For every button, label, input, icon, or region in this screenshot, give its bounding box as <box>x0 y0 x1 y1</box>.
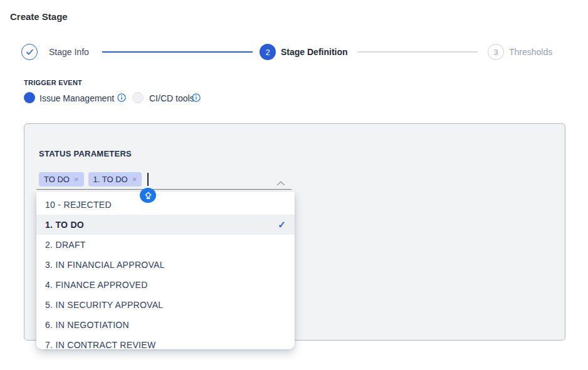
status-parameters-heading: STATUS PARAMETERS <box>39 149 132 158</box>
selected-chip: 1. TO DO × <box>88 172 142 187</box>
dropdown-option[interactable]: 10 - REJECTED <box>36 195 295 215</box>
check-icon <box>26 49 34 56</box>
chip-remove-icon[interactable]: × <box>132 175 137 183</box>
dropdown-option[interactable]: 4. FINANCE APPROVED <box>36 275 295 295</box>
chip-remove-icon[interactable]: × <box>74 175 79 183</box>
radio-cicd-tools-label: CI/CD tools <box>149 93 194 103</box>
chip-label: TO DO <box>44 175 70 184</box>
trigger-event-heading: TRIGGER EVENT <box>24 79 82 86</box>
step-1-label[interactable]: Stage Info <box>49 48 89 57</box>
dropdown-option-label: 5. IN SECURITY APPROVAL <box>45 300 163 310</box>
radio-cicd-tools[interactable] <box>132 92 144 103</box>
chip-label: 1. TO DO <box>93 175 128 184</box>
step-3-number: 3 <box>493 48 498 57</box>
dropdown-option[interactable]: 3. IN FINANCIAL APPROVAL <box>36 255 295 275</box>
step-2-number: 2 <box>265 48 270 57</box>
step-connector-upcoming <box>357 51 478 53</box>
dropdown-option[interactable]: 2. DRAFT <box>36 235 295 255</box>
dropdown-option-label: 1. TO DO <box>45 220 84 230</box>
check-icon: ✓ <box>278 219 286 230</box>
dropdown-option-label: 2. DRAFT <box>45 240 86 250</box>
dropdown-option-label: 4. FINANCE APPROVED <box>45 280 148 290</box>
selected-chip: TO DO × <box>39 172 84 187</box>
dropdown-option[interactable]: 6. IN NEGOTIATION <box>36 315 295 335</box>
dropdown-option-label: 7. IN CONTRACT REVIEW <box>45 340 155 349</box>
step-2-indicator[interactable]: 2 <box>260 44 276 60</box>
step-connector-done <box>102 51 253 53</box>
dropdown-option-label: 10 - REJECTED <box>45 200 112 210</box>
status-dropdown: 10 - REJECTED 1. TO DO ✓ 2. DRAFT 3. IN … <box>36 192 295 349</box>
step-1-indicator[interactable] <box>21 44 38 60</box>
info-icon[interactable] <box>117 93 126 102</box>
dropdown-option[interactable]: 7. IN CONTRACT REVIEW <box>36 335 295 349</box>
cursor-click-badge <box>140 188 156 203</box>
up-arrow-icon <box>144 191 153 200</box>
radio-issue-management-label: Issue Management <box>39 93 114 103</box>
step-3-indicator[interactable]: 3 <box>488 44 504 60</box>
dropdown-option-selected[interactable]: 1. TO DO ✓ <box>36 215 295 235</box>
step-3-label[interactable]: Thresholds <box>509 48 552 57</box>
status-parameters-multiselect[interactable]: TO DO × 1. TO DO × <box>36 169 291 190</box>
chevron-up-icon[interactable] <box>276 177 285 182</box>
step-2-label[interactable]: Stage Definition <box>281 48 348 57</box>
dropdown-option[interactable]: 5. IN SECURITY APPROVAL <box>36 295 295 315</box>
create-stage-screen: Create Stage Stage Info 2 Stage Definiti… <box>0 0 588 370</box>
dropdown-option-label: 3. IN FINANCIAL APPROVAL <box>45 260 165 270</box>
radio-issue-management[interactable] <box>24 92 35 103</box>
page-title: Create Stage <box>10 11 68 22</box>
info-icon[interactable] <box>192 93 201 102</box>
text-cursor <box>147 173 149 186</box>
dropdown-option-label: 6. IN NEGOTIATION <box>45 320 129 330</box>
